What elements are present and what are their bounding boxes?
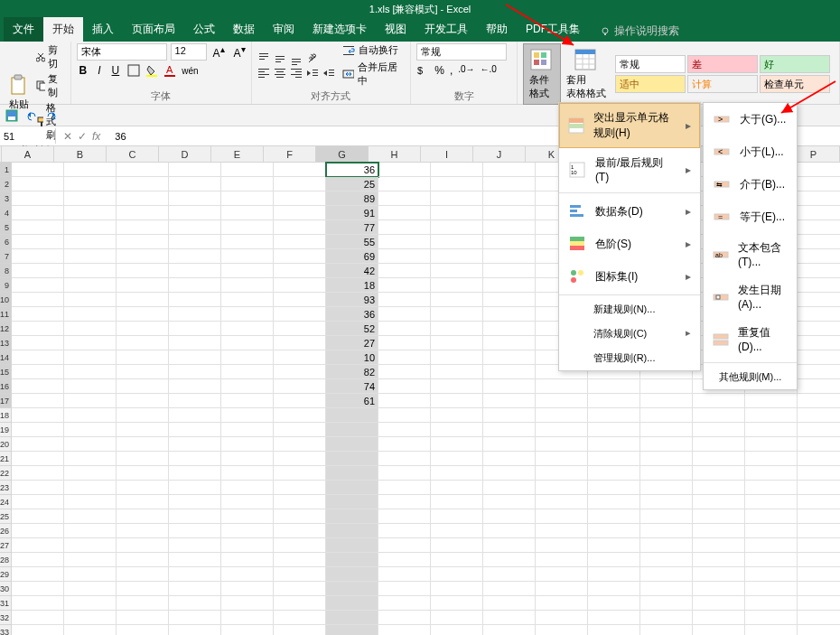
increase-indent-button[interactable] — [322, 67, 335, 79]
cell[interactable] — [640, 379, 693, 394]
cell[interactable] — [326, 567, 378, 582]
cell[interactable] — [64, 220, 117, 235]
cell[interactable] — [64, 249, 117, 264]
cell[interactable] — [431, 611, 483, 625]
cell[interactable] — [745, 394, 798, 408]
cell[interactable] — [640, 611, 693, 625]
cell[interactable] — [378, 278, 431, 293]
row-header[interactable]: 11 — [0, 307, 12, 322]
cell[interactable] — [588, 379, 640, 394]
fill-color-button[interactable] — [145, 64, 158, 77]
cell[interactable] — [640, 423, 693, 437]
cell[interactable] — [798, 278, 840, 293]
cell[interactable] — [745, 423, 798, 437]
cell[interactable] — [117, 437, 169, 452]
cell[interactable] — [640, 553, 693, 567]
cell[interactable] — [64, 336, 117, 350]
cell[interactable] — [378, 220, 431, 235]
cell[interactable] — [745, 611, 798, 625]
cell[interactable] — [431, 293, 483, 307]
row-header[interactable]: 6 — [0, 235, 12, 249]
cell[interactable] — [378, 452, 431, 466]
row-header[interactable]: 20 — [0, 437, 12, 452]
cell[interactable] — [431, 596, 483, 611]
cell[interactable] — [274, 249, 326, 264]
cell[interactable] — [483, 365, 536, 379]
style-normal[interactable]: 常规 — [615, 55, 686, 73]
cell[interactable] — [274, 466, 326, 481]
align-middle-button[interactable] — [274, 52, 286, 65]
cell[interactable] — [536, 538, 588, 553]
cell[interactable] — [221, 553, 274, 567]
merge-center-button[interactable]: 合并后居中 — [342, 61, 406, 88]
cell[interactable] — [326, 625, 378, 635]
column-header-D[interactable]: D — [159, 146, 211, 162]
row-header[interactable]: 12 — [0, 322, 12, 336]
cell[interactable] — [117, 235, 169, 249]
cell[interactable] — [12, 423, 64, 437]
cell[interactable] — [693, 408, 745, 423]
cell[interactable] — [64, 437, 117, 452]
cell[interactable] — [798, 379, 840, 394]
cell[interactable] — [536, 553, 588, 567]
cell[interactable] — [483, 509, 536, 524]
cell[interactable] — [588, 611, 640, 625]
cell[interactable] — [169, 452, 221, 466]
cell[interactable] — [169, 466, 221, 481]
row-header[interactable]: 31 — [0, 596, 12, 611]
menu-highlight-rules[interactable]: 突出显示单元格规则(H) ▸ — [559, 103, 700, 148]
cell[interactable] — [431, 365, 483, 379]
cell[interactable] — [221, 177, 274, 191]
cell[interactable] — [221, 408, 274, 423]
cell[interactable] — [274, 163, 326, 177]
cell[interactable] — [745, 481, 798, 495]
cell[interactable] — [221, 322, 274, 336]
cell[interactable] — [117, 524, 169, 538]
cell[interactable] — [431, 437, 483, 452]
cell[interactable] — [431, 379, 483, 394]
cell[interactable] — [798, 509, 840, 524]
tab-insert[interactable]: 插入 — [83, 17, 123, 42]
cell[interactable] — [483, 582, 536, 596]
cell[interactable] — [117, 553, 169, 567]
menu-less-than[interactable]: < 小于(L)... — [704, 135, 797, 168]
style-good[interactable]: 好 — [760, 55, 830, 73]
cell[interactable] — [221, 249, 274, 264]
cell[interactable] — [378, 596, 431, 611]
row-header[interactable]: 28 — [0, 553, 12, 567]
cell[interactable] — [483, 466, 536, 481]
cell[interactable] — [274, 596, 326, 611]
cell[interactable] — [221, 437, 274, 452]
increase-decimal-button[interactable]: .0→ — [458, 64, 474, 77]
cell[interactable] — [693, 625, 745, 635]
cell[interactable] — [536, 408, 588, 423]
row-header[interactable]: 22 — [0, 466, 12, 481]
cell[interactable] — [274, 524, 326, 538]
cell[interactable] — [745, 524, 798, 538]
cell[interactable] — [117, 220, 169, 235]
cell[interactable] — [798, 249, 840, 264]
cell[interactable] — [745, 538, 798, 553]
cell[interactable] — [378, 307, 431, 322]
cell[interactable] — [798, 394, 840, 408]
cell[interactable] — [588, 495, 640, 509]
cell[interactable] — [274, 625, 326, 635]
cell[interactable] — [326, 509, 378, 524]
save-button[interactable] — [4, 107, 20, 124]
cell[interactable] — [798, 220, 840, 235]
cell[interactable] — [326, 466, 378, 481]
row-header[interactable]: 26 — [0, 524, 12, 538]
cell[interactable] — [431, 495, 483, 509]
cell[interactable]: 27 — [326, 336, 378, 350]
cell[interactable] — [588, 553, 640, 567]
tab-review[interactable]: 审阅 — [264, 17, 303, 42]
cell[interactable] — [640, 582, 693, 596]
cell[interactable] — [536, 611, 588, 625]
cell[interactable] — [64, 481, 117, 495]
cell[interactable] — [169, 264, 221, 278]
cell[interactable] — [536, 567, 588, 582]
cell[interactable] — [64, 567, 117, 582]
cell[interactable] — [12, 408, 64, 423]
cell[interactable] — [64, 625, 117, 635]
cell[interactable] — [536, 452, 588, 466]
